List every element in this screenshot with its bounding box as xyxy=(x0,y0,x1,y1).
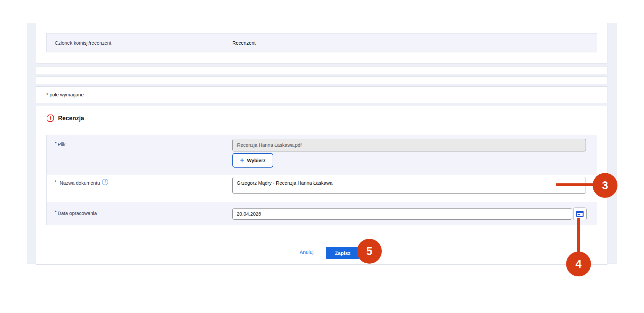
required-note-text: * pole wymagane xyxy=(46,92,84,97)
annotation-step-4-badge: 4 xyxy=(566,252,591,276)
reviewer-card: Członek komisji/recenzent Recenzent xyxy=(36,23,607,63)
form-panel: Członek komisji/recenzent Recenzent * po… xyxy=(27,23,616,264)
date-field-row: *Data opracowania xyxy=(47,202,597,225)
annotation-step-3-badge: 3 xyxy=(593,173,617,198)
document-name-label: *Nazwa dokumentui xyxy=(55,180,108,186)
empty-bar-1 xyxy=(36,66,607,74)
document-name-field-row: *Nazwa dokumentui Grzegorz Mądry - Recen… xyxy=(47,175,597,202)
review-section-card: Recenzja *Plik + Wybierz *Nazwa dokument… xyxy=(36,105,607,265)
annotation-step-5-badge: 5 xyxy=(357,239,382,264)
page: Członek komisji/recenzent Recenzent * po… xyxy=(0,0,644,313)
plus-icon: + xyxy=(240,157,244,164)
info-icon[interactable]: i xyxy=(102,179,108,185)
required-asterisk: * xyxy=(55,179,57,185)
warning-octagon-icon xyxy=(46,114,54,122)
date-field-label: *Data opracowania xyxy=(55,211,97,216)
calendar-icon xyxy=(576,211,584,217)
reviewer-row: Członek komisji/recenzent Recenzent xyxy=(46,33,597,52)
review-section-title: Recenzja xyxy=(58,115,84,122)
file-name-input xyxy=(232,139,586,151)
save-button[interactable]: Zapisz xyxy=(326,247,360,259)
reviewer-value: Recenzent xyxy=(232,40,256,46)
required-asterisk: * xyxy=(55,141,57,146)
choose-file-button[interactable]: + Wybierz xyxy=(232,153,273,168)
empty-bar-2 xyxy=(36,76,607,84)
date-input[interactable] xyxy=(232,208,572,220)
date-picker-button[interactable] xyxy=(573,208,587,220)
required-asterisk: * xyxy=(55,210,57,215)
footer-divider xyxy=(36,236,607,236)
cancel-button[interactable]: Anuluj xyxy=(295,249,318,255)
review-fields-box: *Plik + Wybierz *Nazwa dokumentui Grzego… xyxy=(46,135,597,225)
required-note-card: * pole wymagane xyxy=(36,86,607,103)
review-section-header: Recenzja xyxy=(46,114,84,122)
file-field-label: *Plik xyxy=(55,142,65,147)
reviewer-label: Członek komisji/recenzent xyxy=(55,40,111,46)
document-name-input[interactable]: Grzegorz Mądry - Recenzja Hanna Łaskawa xyxy=(232,177,586,194)
choose-file-button-label: Wybierz xyxy=(247,158,266,163)
file-field-row: *Plik + Wybierz xyxy=(47,135,597,175)
